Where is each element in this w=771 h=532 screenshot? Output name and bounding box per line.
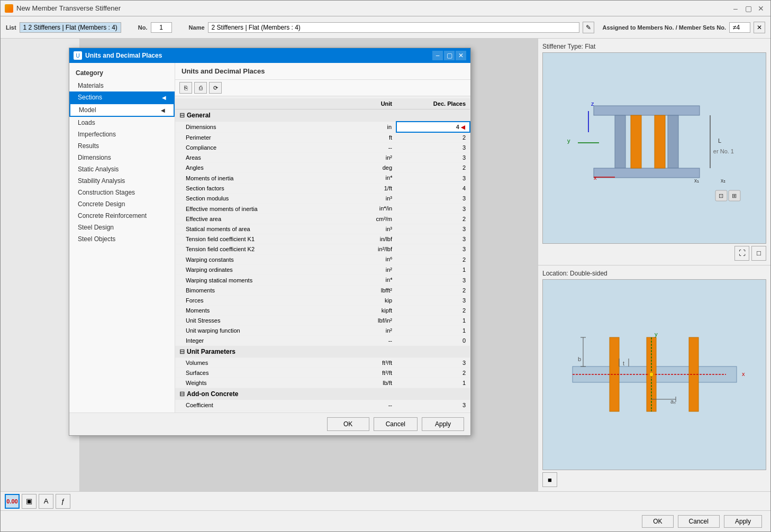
cat-item-concrete-design[interactable]: Concrete Design: [69, 198, 175, 210]
table-row[interactable]: Areas in² 3: [175, 153, 470, 163]
cat-item-stability-analysis[interactable]: Stability Analysis: [69, 175, 175, 187]
units-table-container[interactable]: Unit Dec. Places ⊟General Dimensions in …: [175, 96, 470, 412]
dec-places-cell[interactable]: 2: [396, 368, 470, 378]
cat-item-concrete-reinforcement[interactable]: Concrete Reinforcement: [69, 210, 175, 222]
cat-item-loads[interactable]: Loads: [69, 117, 175, 129]
dec-places-cell[interactable]: 2: [396, 214, 470, 224]
close-button[interactable]: ✕: [756, 3, 766, 14]
dialog-cancel-btn[interactable]: Cancel: [374, 417, 418, 431]
dec-places-cell[interactable]: 3: [396, 194, 470, 204]
table-row[interactable]: Coefficient -- 3: [175, 400, 470, 410]
table-row[interactable]: Effective moments of inertia in⁴/in 3: [175, 204, 470, 214]
dialog-ok-btn[interactable]: OK: [327, 417, 369, 431]
cat-item-materials[interactable]: Materials: [69, 80, 175, 91]
table-row[interactable]: Perimeter ft 2: [175, 132, 470, 143]
table-row[interactable]: Moments kipft 2: [175, 306, 470, 316]
toolbar-btn-1[interactable]: 0.00: [5, 494, 20, 509]
cat-item-model[interactable]: Model ◀: [69, 103, 175, 117]
maximize-button[interactable]: ▢: [743, 3, 754, 14]
svg-text:x₂: x₂: [721, 178, 725, 184]
table-row[interactable]: Effective area cm²/m 2: [175, 214, 470, 224]
dec-places-cell[interactable]: 3: [396, 275, 470, 286]
left-sidebar: [1, 39, 80, 491]
paste-table-btn[interactable]: ⎙: [194, 82, 207, 94]
dec-places-cell[interactable]: 2: [396, 306, 470, 316]
table-row[interactable]: Moments of inertia in⁴ 3: [175, 173, 470, 184]
dialog-close-btn[interactable]: ✕: [456, 51, 466, 60]
cat-item-imperfections[interactable]: Imperfections: [69, 129, 175, 140]
diagram-expand-button[interactable]: ⛶: [734, 246, 749, 261]
table-row[interactable]: Volumes ft³/ft 3: [175, 358, 470, 368]
cat-item-dimensions[interactable]: Dimensions: [69, 152, 175, 163]
cat-imperfections-label: Imperfections: [78, 131, 116, 138]
cat-item-sections[interactable]: Sections ◀: [69, 91, 175, 103]
table-row[interactable]: Unit warping function in² 1: [175, 326, 470, 336]
table-row[interactable]: Dimensions in 4 ◀: [175, 122, 470, 132]
dec-places-cell[interactable]: 3: [396, 400, 470, 410]
diagram-copy-button[interactable]: □: [751, 246, 766, 261]
location-icon-button[interactable]: ■: [542, 472, 557, 487]
table-row[interactable]: Warping ordinates in² 1: [175, 265, 470, 275]
dec-places-cell[interactable]: 3: [396, 358, 470, 368]
table-row[interactable]: Angles deg 2: [175, 163, 470, 173]
table-row[interactable]: Section modulus in³ 3: [175, 194, 470, 204]
table-row[interactable]: Surfaces ft²/ft 2: [175, 368, 470, 378]
dialog-minimize-btn[interactable]: –: [432, 51, 443, 60]
toolbar-btn-2[interactable]: ▣: [22, 494, 37, 509]
table-row[interactable]: Compliance -- 3: [175, 143, 470, 153]
dec-places-cell[interactable]: 2: [396, 254, 470, 265]
dec-places-cell[interactable]: 3: [396, 153, 470, 163]
copy-table-btn[interactable]: ⎘: [179, 82, 192, 94]
dialog-apply-btn[interactable]: Apply: [422, 417, 464, 431]
dec-places-cell[interactable]: 2: [396, 163, 470, 173]
table-row[interactable]: Statical moments of area in³ 3: [175, 224, 470, 234]
dec-places-cell[interactable]: 3: [396, 204, 470, 214]
edit-name-button[interactable]: ✎: [583, 22, 594, 33]
row-name: Warping constants: [175, 254, 352, 265]
dec-places-cell[interactable]: 3: [396, 224, 470, 234]
cat-item-results[interactable]: Results: [69, 140, 175, 152]
cat-item-construction-stages[interactable]: Construction Stages: [69, 187, 175, 198]
table-row[interactable]: Warping constants in⁶ 2: [175, 254, 470, 265]
main-apply-button[interactable]: Apply: [724, 515, 762, 528]
unit-cell: ft²/ft: [352, 368, 396, 378]
dec-places-cell[interactable]: 1: [396, 265, 470, 275]
dec-places-cell[interactable]: 4: [396, 184, 470, 194]
table-row[interactable]: Tension field coefficient K2 in²/lbf 3: [175, 244, 470, 254]
table-row[interactable]: Weights lb/ft 1: [175, 378, 470, 388]
dec-places-cell[interactable]: 2: [396, 132, 470, 143]
dec-places-cell[interactable]: 2: [396, 286, 470, 296]
dec-places-cell[interactable]: 0: [396, 336, 470, 346]
category-header: Category: [69, 67, 175, 80]
table-row[interactable]: Section factors 1/ft 4: [175, 184, 470, 194]
main-ok-button[interactable]: OK: [642, 515, 673, 528]
name-field[interactable]: [208, 22, 579, 33]
dec-places-cell[interactable]: 1: [396, 378, 470, 388]
table-row[interactable]: Unit Stresses lbf/in² 1: [175, 316, 470, 326]
table-row[interactable]: Warping statical moments in⁴ 3: [175, 275, 470, 286]
table-row[interactable]: Integer -- 0: [175, 336, 470, 346]
table-row[interactable]: Forces kip 3: [175, 296, 470, 306]
main-cancel-button[interactable]: Cancel: [678, 515, 720, 528]
dec-places-cell[interactable]: 3: [396, 234, 470, 244]
table-row[interactable]: Tension field coefficient K1 in/lbf 3: [175, 234, 470, 244]
dec-places-cell[interactable]: 1: [396, 316, 470, 326]
dec-places-cell[interactable]: 1: [396, 326, 470, 336]
cat-item-steel-objects[interactable]: Steel Objects: [69, 233, 175, 245]
dec-places-cell[interactable]: 3: [396, 173, 470, 184]
toolbar-btn-3[interactable]: A: [39, 494, 53, 509]
dec-places-cell[interactable]: 4 ◀: [396, 122, 470, 132]
cat-item-static-analysis[interactable]: Static Analysis: [69, 163, 175, 175]
assigned-clear-button[interactable]: ✕: [754, 22, 765, 33]
unit-cell: deg: [352, 163, 396, 173]
unit-cell: kipft: [352, 306, 396, 316]
reset-table-btn[interactable]: ⟳: [209, 82, 222, 94]
cat-item-steel-design[interactable]: Steel Design: [69, 222, 175, 233]
toolbar-btn-4[interactable]: ƒ: [56, 494, 70, 509]
table-row[interactable]: Bimoments lbfft² 2: [175, 286, 470, 296]
dec-places-cell[interactable]: 3: [396, 296, 470, 306]
dec-places-cell[interactable]: 3: [396, 244, 470, 254]
dec-places-cell[interactable]: 3: [396, 143, 470, 153]
minimize-button[interactable]: –: [730, 3, 741, 14]
dialog-maximize-btn[interactable]: ▢: [444, 51, 455, 60]
